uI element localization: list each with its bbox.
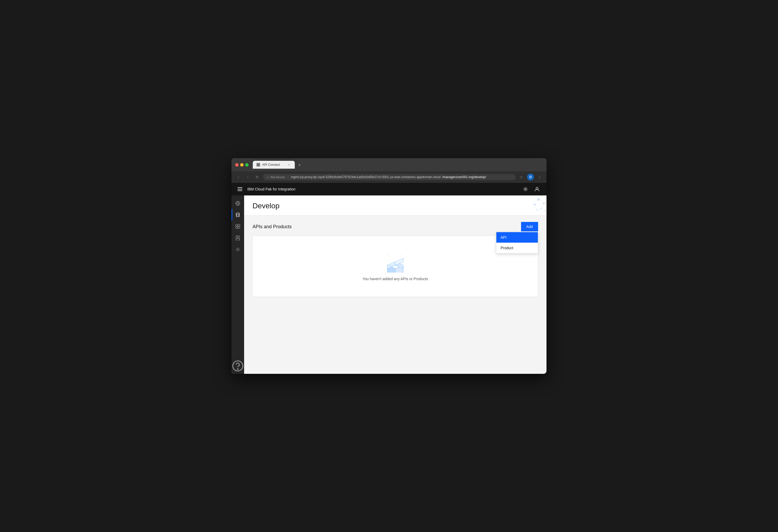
section-header: APIs and Products Add API Product [252,222,538,232]
add-dropdown-menu: API Product [496,232,538,253]
traffic-lights [235,163,249,167]
sidebar-help-button[interactable] [232,360,244,372]
svg-point-13 [237,249,239,250]
profile-button[interactable]: D [527,174,534,180]
svg-text:+: + [396,253,397,255]
new-tab-button[interactable]: + [296,161,303,169]
main-content: Develop [244,195,546,374]
svg-line-22 [539,199,544,203]
app-title: IBM Cloud Pak for Integration [247,187,296,191]
browser-nav: ‹ › ↻ ⚠ Not Secure | mgmt.icp-proxy.djc-… [232,171,546,183]
browser-window: API Connect × + ‹ › ↻ ⚠ Not Secure | mgm… [232,158,546,374]
tab-favicon [256,163,260,167]
sidebar [232,195,244,374]
content-body: APIs and Products Add API Product [244,215,546,303]
section-title: APIs and Products [252,224,292,230]
svg-text:+: + [401,253,402,256]
minimize-traffic-light[interactable] [240,163,244,167]
svg-text:+: + [398,256,399,258]
svg-point-4 [525,188,526,190]
page-header: Develop [244,195,546,215]
add-button[interactable]: Add [521,222,538,232]
user-button[interactable] [532,184,542,194]
menu-button[interactable]: ⋮ [536,173,543,181]
svg-line-25 [535,205,537,210]
dropdown-item-api[interactable]: API [496,232,538,243]
maximize-traffic-light[interactable] [245,163,249,167]
svg-rect-8 [238,224,240,226]
svg-rect-1 [238,187,242,188]
empty-box-icon: + + + + + + [382,252,408,273]
active-tab[interactable]: API Connect × [253,161,295,169]
back-button[interactable]: ‹ [235,173,242,181]
svg-line-27 [537,208,541,210]
svg-rect-9 [236,227,238,229]
bookmark-button[interactable]: ☆ [518,173,525,181]
svg-text:+: + [390,252,390,254]
app-topbar-right [520,184,542,194]
svg-line-24 [541,203,544,208]
app-topbar: IBM Cloud Pak for Integration [232,183,546,195]
add-button-wrapper: Add API Product [521,222,538,232]
address-bar[interactable]: ⚠ Not Secure | mgmt.icp-proxy.djc-icp4i-… [263,174,516,180]
forward-button[interactable]: › [244,173,251,181]
sidebar-item-develop[interactable] [232,209,244,220]
hamburger-button[interactable] [236,185,244,193]
warning-icon: ⚠ [267,176,269,179]
url-domain: mgmt.icp-proxy.djc-icp4i-5290c8c8e579792… [291,175,441,179]
svg-rect-10 [238,227,240,229]
app-body: Develop [232,195,546,374]
svg-rect-3 [238,190,242,191]
svg-line-23 [535,199,539,205]
svg-rect-2 [238,189,242,189]
browser-titlebar: API Connect × + [232,158,546,171]
tab-close-button[interactable]: × [287,163,291,167]
svg-rect-7 [236,224,238,226]
page-title: Develop [252,202,538,210]
svg-line-26 [541,208,545,211]
dropdown-item-product[interactable]: Product [496,243,538,253]
svg-point-15 [238,369,238,369]
browser-tabs: API Connect × + [253,161,543,169]
svg-text:+: + [387,255,388,257]
security-warning: ⚠ Not Secure [267,176,285,179]
not-secure-label: Not Secure [270,176,285,179]
sidebar-item-portal[interactable] [232,232,244,244]
header-decoration [515,195,546,215]
browser-controls: API Connect × + [235,161,543,169]
url-path: /manager/user001-org/develop/ [442,175,486,179]
refresh-button[interactable]: ↻ [253,173,261,181]
sidebar-item-settings[interactable] [232,244,244,255]
settings-button[interactable] [520,184,531,194]
sidebar-item-home[interactable] [232,197,244,209]
svg-text:+: + [404,258,405,259]
tab-title: API Connect [262,163,285,167]
sidebar-item-manage[interactable] [232,220,244,232]
svg-point-5 [536,187,538,189]
close-traffic-light[interactable] [235,163,239,167]
empty-state-text: You haven't added any APIs or Products [363,277,428,281]
empty-state-card: + + + + + + [252,236,538,297]
svg-point-12 [237,237,239,238]
